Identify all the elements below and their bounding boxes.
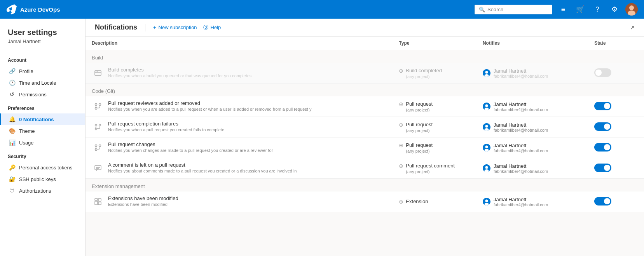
svg-point-19 [99, 124, 101, 126]
permissions-icon: ↺ [9, 91, 15, 98]
group-row: Code (Git) [86, 84, 644, 97]
svg-point-29 [485, 146, 488, 148]
globe-icon[interactable]: ⊕ [399, 68, 403, 74]
table-row: Extensions have been modified Extensions… [86, 192, 644, 212]
col-description: Description [86, 37, 393, 50]
state-toggle[interactable] [594, 143, 611, 152]
search-box[interactable]: 🔍 [475, 5, 552, 14]
table-row: A comment is left on a pull request Noti… [86, 158, 644, 179]
notifies-cell: Jamal Hartnett fabrikamfiber4@hotmail.co… [476, 63, 588, 84]
azure-devops-logo-icon [6, 4, 17, 15]
sidebar-item-ssh[interactable]: 🔐 SSH public keys [0, 173, 85, 185]
state-cell [588, 117, 644, 138]
state-toggle[interactable] [594, 197, 611, 205]
state-toggle[interactable] [594, 164, 611, 172]
globe-icon[interactable]: ⊕ [399, 122, 403, 128]
table-row: Pull request changes Notifies you when c… [86, 138, 644, 158]
type-primary: Build completed [406, 68, 442, 73]
main-content: Notifications + New subscription ⓪ Help … [86, 19, 644, 256]
notifies-cell: Jamal Hartnett fabrikamfiber4@hotmail.co… [476, 96, 588, 117]
description-cell: Pull request completion failures Notifie… [86, 117, 393, 138]
row-icon [92, 100, 104, 113]
svg-point-10 [95, 104, 97, 106]
type-primary: Pull request comment [406, 163, 455, 169]
sidebar-item-usage[interactable]: 📊 Usage [0, 137, 85, 148]
expand-icon[interactable]: ↗ [630, 24, 635, 31]
state-toggle[interactable] [594, 68, 611, 77]
notifies-cell: Jamal Hartnett fabrikamfiber4@hotmail.co… [476, 158, 588, 179]
globe-icon[interactable]: ⊕ [399, 142, 403, 148]
svg-rect-39 [98, 199, 101, 201]
sidebar-item-permissions[interactable]: ↺ Permissions [0, 89, 85, 100]
type-cell: ⊕ Pull request (any project) [393, 96, 476, 117]
group-row: Extension management [86, 179, 644, 192]
basket-icon[interactable]: 🛒 [574, 3, 586, 16]
notif-title: Pull request completion failures [108, 121, 224, 127]
page-header: Notifications + New subscription ⓪ Help … [86, 19, 644, 37]
help-circle-icon: ⓪ [203, 24, 208, 31]
table-row: Pull request completion failures Notifie… [86, 117, 644, 138]
notifies-email: fabrikamfiber4@hotmail.com [494, 107, 548, 112]
help-icon[interactable]: ? [591, 3, 604, 16]
help-button[interactable]: ⓪ Help [203, 24, 221, 31]
tasks-icon[interactable]: ≡ [557, 3, 569, 16]
svg-rect-40 [98, 202, 101, 205]
state-cell [588, 96, 644, 117]
topnav: Azure DevOps 🔍 ≡ 🛒 ? ⚙ [0, 0, 644, 19]
notifies-name: Jamal Hartnett [494, 101, 548, 107]
pat-icon: 🔑 [9, 164, 15, 171]
state-cell [588, 138, 644, 158]
svg-point-17 [95, 124, 97, 126]
globe-icon[interactable]: ⊕ [399, 163, 403, 169]
group-label: Code (Git) [86, 84, 644, 97]
brand-logo[interactable]: Azure DevOps [6, 4, 60, 15]
notifies-cell: Jamal Hartnett fabrikamfiber4@hotmail.co… [476, 117, 588, 138]
usage-icon: 📊 [9, 139, 15, 146]
type-secondary: (any project) [406, 149, 433, 153]
notifies-cell: Jamal Hartnett fabrikamfiber4@hotmail.co… [476, 192, 588, 212]
svg-point-24 [95, 145, 97, 147]
settings-icon[interactable]: ⚙ [608, 3, 621, 16]
svg-point-15 [485, 104, 488, 107]
type-cell: ⊕ Pull request (any project) [393, 117, 476, 138]
notif-subtitle: Notifies you when a pull request you cre… [108, 127, 224, 132]
sidebar-subtitle: Jamal Hartnett [0, 38, 85, 52]
type-primary: Pull request [406, 142, 433, 148]
row-icon [92, 195, 104, 208]
user-avatar [483, 198, 490, 205]
new-subscription-button[interactable]: + New subscription [153, 24, 197, 30]
svg-point-5 [96, 71, 96, 72]
new-subscription-label: New subscription [159, 24, 197, 30]
state-toggle[interactable] [594, 102, 611, 110]
sidebar-item-notifications[interactable]: 🔔 0 Notifications [0, 113, 85, 125]
globe-icon[interactable]: ⊕ [399, 199, 403, 205]
type-primary: Pull request [406, 122, 433, 127]
notif-title: Pull request changes [108, 141, 273, 147]
type-secondary: (any project) [406, 108, 433, 112]
state-toggle[interactable] [594, 122, 611, 131]
sidebar-item-authorizations[interactable]: 🛡 Authorizations [0, 185, 85, 197]
notif-title: Build completes [108, 67, 251, 73]
time-icon: 🕐 [9, 80, 15, 86]
header-divider [145, 24, 145, 31]
brand-name: Azure DevOps [20, 6, 60, 13]
notifies-email: fabrikamfiber4@hotmail.com [494, 202, 548, 207]
group-label: Build [86, 50, 644, 63]
globe-icon[interactable]: ⊕ [399, 101, 403, 107]
notif-subtitle: Notifies you when changes are made to a … [108, 148, 273, 153]
notif-subtitle: Extensions have been modified [108, 202, 178, 207]
svg-point-26 [99, 145, 101, 147]
state-cell [588, 158, 644, 179]
sidebar-item-profile[interactable]: 🔗 Profile [0, 65, 85, 77]
sidebar-item-time-locale[interactable]: 🕐 Time and Locale [0, 77, 85, 89]
type-secondary: (any project) [406, 128, 433, 133]
avatar[interactable] [625, 3, 638, 16]
svg-point-1 [629, 5, 634, 10]
sidebar-item-theme[interactable]: 🎨 Theme [0, 125, 85, 137]
sidebar-item-pat[interactable]: 🔑 Personal access tokens [0, 162, 85, 173]
search-input[interactable] [487, 7, 548, 12]
notifies-name: Jamal Hartnett [494, 122, 548, 128]
notifies-name: Jamal Hartnett [494, 143, 548, 148]
col-type: Type [393, 37, 476, 50]
theme-icon: 🎨 [9, 128, 15, 134]
